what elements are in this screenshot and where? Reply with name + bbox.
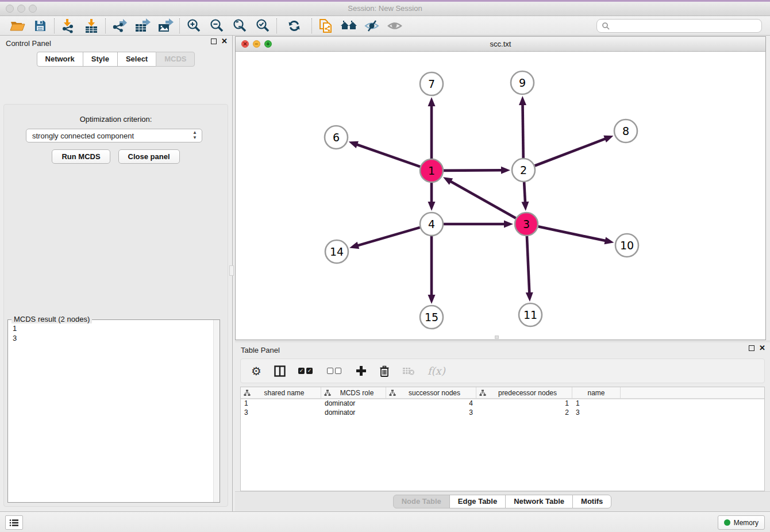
table-row[interactable]: 1dominator411 (241, 399, 764, 408)
delete-icon[interactable] (379, 365, 390, 377)
gear-icon[interactable]: ⚙ (251, 364, 261, 378)
close-panel-icon[interactable]: ✕ (221, 38, 228, 44)
hierarchy-icon (389, 390, 396, 396)
export-image-icon[interactable] (154, 17, 177, 34)
column-header-predecessor-nodes[interactable]: predecessor nodes (476, 387, 572, 398)
main-toolbar (0, 16, 770, 36)
table-row[interactable]: 3dominator323 (241, 408, 764, 418)
deselect-all-checkboxes-icon[interactable] (327, 368, 343, 374)
run-mcds-button[interactable]: Run MCDS (52, 149, 110, 164)
add-column-icon[interactable] (356, 365, 367, 376)
tab-select[interactable]: Select (117, 52, 156, 67)
mcds-result-box: MCDS result (2 nodes) 13 (7, 319, 220, 503)
table-cell[interactable]: 4 (386, 399, 476, 408)
node-label-11: 11 (523, 309, 537, 321)
zoom-out-icon[interactable] (205, 17, 228, 34)
tab-style[interactable]: Style (83, 52, 118, 67)
import-table-icon[interactable] (80, 17, 103, 34)
column-header-MCDS-role[interactable]: MCDS role (321, 387, 386, 398)
search-icon (602, 22, 610, 30)
home-icon[interactable] (337, 17, 360, 34)
canvas-splitter-handle[interactable] (495, 336, 499, 339)
tab-network[interactable]: Network (37, 52, 83, 67)
graph-edge-2-8[interactable] (535, 138, 606, 165)
table-cell[interactable]: dominator (321, 408, 386, 418)
table-cell[interactable]: 1 (241, 399, 321, 408)
float-table-panel-icon[interactable] (749, 345, 754, 351)
network-window-titlebar[interactable]: ✕ − + scc.txt (236, 37, 765, 52)
mcds-panel: Optimization criterion: strongly connect… (3, 104, 228, 507)
network-canvas[interactable]: 7968124314101511 (236, 52, 765, 340)
column-header-successor-nodes[interactable]: successor nodes (386, 387, 476, 398)
delete-table-icon (402, 367, 415, 376)
zoom-in-icon[interactable] (182, 17, 205, 34)
save-session-icon[interactable] (29, 17, 52, 34)
close-table-panel-icon[interactable]: ✕ (759, 345, 765, 351)
search-field[interactable] (596, 19, 762, 33)
memory-status-icon (724, 519, 730, 526)
tab-edge-table[interactable]: Edge Table (449, 495, 506, 508)
tab-motifs[interactable]: Motifs (572, 495, 611, 508)
table-tabstrip: Node TableEdge TableNetwork TableMotifs (235, 491, 770, 511)
columns-icon[interactable] (274, 365, 286, 377)
graph-edge-3-1[interactable] (450, 181, 515, 218)
task-history-button[interactable] (5, 515, 23, 530)
mcds-result-item: 3 (13, 333, 215, 343)
mcds-result-list: 13 (8, 320, 220, 346)
criterion-dropdown[interactable]: strongly connected component ▲▼ (26, 129, 202, 142)
graph-edge-2-3[interactable] (524, 182, 525, 203)
hide-selected-icon[interactable] (360, 17, 383, 34)
zoom-fit-icon[interactable] (228, 17, 251, 34)
graph-edge-1-6[interactable] (356, 144, 420, 167)
graph-edge-2-9[interactable] (522, 104, 523, 158)
result-scrollbar[interactable] (213, 320, 220, 502)
column-header-name[interactable]: name (572, 387, 621, 398)
table-cell[interactable]: 1 (476, 399, 572, 408)
network-graph: 7968124314101511 (236, 52, 765, 340)
node-label-7: 7 (428, 78, 435, 90)
tab-node-table[interactable]: Node Table (393, 495, 450, 508)
show-all-icon[interactable] (383, 17, 406, 34)
network-window: ✕ − + scc.txt 7968124314101511 (235, 36, 766, 340)
table-cell[interactable]: 1 (572, 399, 621, 408)
table-cell[interactable]: 3 (572, 408, 621, 418)
node-label-1: 1 (428, 164, 435, 177)
toolbar-separator (54, 18, 55, 33)
memory-button[interactable]: Memory (718, 515, 765, 530)
graph-edge-1-2[interactable] (444, 170, 502, 171)
function-builder-icon: f(x) (428, 365, 445, 377)
float-panel-icon[interactable] (211, 38, 217, 44)
hierarchy-icon (324, 390, 331, 396)
graph-edge-3-11[interactable] (527, 236, 529, 294)
edge-arrowhead (349, 242, 359, 249)
edge-arrowhead (519, 96, 526, 105)
window-title: Session: New Session (0, 4, 770, 13)
table-cell[interactable]: 3 (241, 408, 321, 418)
import-network-icon[interactable] (57, 17, 80, 34)
column-header-shared-name[interactable]: shared name (241, 387, 321, 398)
open-session-icon[interactable] (6, 17, 29, 34)
dropdown-stepper-icon: ▲▼ (192, 130, 197, 140)
refresh-icon[interactable] (283, 17, 306, 34)
vertical-splitter-handle[interactable] (229, 265, 234, 276)
table-cell[interactable]: 2 (476, 408, 572, 418)
graph-edge-4-14[interactable] (357, 228, 420, 246)
edge-arrowhead (604, 237, 614, 245)
select-all-checkboxes-icon[interactable]: ✓✓ (298, 368, 314, 374)
graph-edge-3-10[interactable] (538, 226, 606, 241)
export-network-icon[interactable] (108, 17, 131, 34)
table-cell[interactable]: dominator (321, 399, 386, 408)
control-panel-tabs: NetworkStyleSelectMCDS (0, 52, 232, 67)
clone-network-icon[interactable] (314, 17, 337, 34)
table-header-row: shared nameMCDS rolesuccessor nodesprede… (241, 387, 764, 399)
node-label-8: 8 (622, 125, 629, 137)
search-input[interactable] (613, 22, 757, 30)
tab-mcds[interactable]: MCDS (156, 52, 195, 67)
export-table-icon[interactable] (131, 17, 154, 34)
mcds-result-item: 1 (13, 323, 215, 333)
node-label-14: 14 (330, 245, 344, 258)
zoom-selected-icon[interactable] (251, 17, 274, 34)
tab-network-table[interactable]: Network Table (505, 495, 573, 508)
close-panel-button[interactable]: Close panel (118, 149, 180, 164)
table-cell[interactable]: 3 (386, 408, 476, 418)
